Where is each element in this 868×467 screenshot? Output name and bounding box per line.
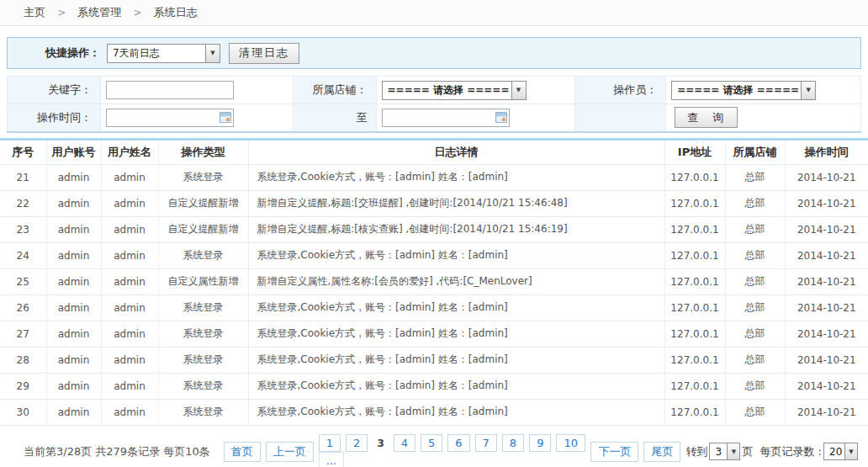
goto-suffix: 页: [742, 444, 753, 459]
table-cell: admin: [101, 268, 158, 295]
table-cell: 系统登录,Cookie方式，账号：[admin] 姓名：[admin]: [248, 295, 664, 321]
breadcrumb-separator: >: [133, 7, 141, 19]
table-row: 22adminadmin自定义提醒新增新增自定义提醒,标题:[交班提醒] ,创建…: [0, 190, 868, 216]
last-page-button[interactable]: 尾页: [643, 442, 680, 462]
chevron-down-icon[interactable]: ▼: [844, 443, 857, 459]
table-row: 25adminadmin自定义属性新增新增自定义属性,属性名称:[会员的爱好] …: [0, 268, 868, 295]
column-header: 所属店铺: [725, 139, 785, 164]
table-cell: 24: [0, 242, 46, 268]
search-button[interactable]: 查 询: [675, 107, 738, 128]
breadcrumb-system-management[interactable]: 系统管理: [77, 6, 121, 19]
table-cell: 总部: [725, 347, 785, 373]
per-page-select[interactable]: 20 ▼: [823, 443, 858, 460]
table-cell: admin: [101, 164, 158, 190]
operator-label: 操作员：: [575, 77, 666, 104]
table-cell: 系统登录,Cookie方式，账号：[admin] 姓名：[admin]: [248, 347, 664, 373]
table-cell: 2014-10-21: [785, 242, 868, 268]
quick-actions-bar: 快捷操作： 7天前日志 ▼ 清理日志: [7, 37, 861, 69]
log-table-body: 21adminadmin系统登录系统登录,Cookie方式，账号：[admin]…: [0, 164, 868, 425]
table-cell: admin: [101, 347, 158, 373]
table-cell: 系统登录: [158, 399, 248, 425]
table-cell: 127.0.0.1: [664, 164, 725, 190]
breadcrumb-home[interactable]: 主页: [24, 6, 45, 19]
keyword-label: 关键字：: [8, 77, 101, 104]
time-to-field: [382, 109, 510, 127]
time-from-cell: [100, 104, 293, 132]
shop-select[interactable]: ===== 请选择 ===== ▼: [382, 81, 527, 100]
page-button[interactable]: 4: [394, 434, 415, 452]
table-cell: 新增自定义属性,属性名称:[会员的爱好] ,代码:[C_MenLover]: [248, 268, 664, 295]
column-header: 用户账号: [46, 139, 101, 164]
record-summary: 当前第3/28页 共279条记录 每页10条: [24, 444, 210, 459]
time-to-input[interactable]: [383, 109, 509, 126]
calendar-icon[interactable]: [495, 112, 507, 123]
goto-page-select[interactable]: 3 ▼: [709, 443, 740, 460]
table-cell: admin: [46, 268, 101, 295]
page-button[interactable]: 6: [447, 434, 469, 452]
first-page-button[interactable]: 首页: [224, 442, 261, 462]
ellipsis-page-button[interactable]: ...: [319, 452, 344, 467]
table-cell: 总部: [725, 373, 785, 399]
table-cell: 2014-10-21: [785, 373, 868, 399]
page-button[interactable]: 2: [346, 434, 368, 452]
table-cell: 系统登录,Cookie方式，账号：[admin] 姓名：[admin]: [248, 373, 664, 399]
page-button[interactable]: 8: [502, 434, 524, 452]
goto-controls: 转到 3 ▼ 页 每页记录数 : 20 ▼: [685, 443, 860, 460]
table-row: 30adminadmin系统登录系统登录,Cookie方式，账号：[admin]…: [0, 399, 868, 425]
table-cell: 127.0.0.1: [664, 373, 725, 399]
calendar-icon[interactable]: [220, 112, 231, 123]
table-cell: 2014-10-21: [785, 399, 868, 425]
quick-actions-label: 快捷操作：: [8, 45, 100, 61]
time-from-field: [106, 109, 234, 127]
table-cell: 127.0.0.1: [664, 321, 725, 347]
table-cell: admin: [46, 242, 101, 268]
log-range-select[interactable]: 7天前日志 ▼: [107, 44, 220, 63]
table-cell: 2014-10-21: [785, 268, 868, 295]
time-to-cell: [376, 104, 575, 132]
table-cell: admin: [46, 164, 101, 190]
clear-log-button[interactable]: 清理日志: [229, 43, 299, 64]
column-header: 操作时间: [785, 139, 868, 164]
prev-page-button[interactable]: 上一页: [266, 442, 314, 462]
table-cell: 30: [0, 399, 46, 425]
table-cell: 22: [0, 190, 46, 216]
table-row: 29adminadmin系统登录系统登录,Cookie方式，账号：[admin]…: [0, 373, 868, 399]
column-header: 操作类型: [158, 139, 248, 164]
table-row: 26adminadmin系统登录系统登录,Cookie方式，账号：[admin]…: [0, 295, 868, 321]
table-cell: 2014-10-21: [785, 164, 868, 190]
table-cell: admin: [101, 295, 158, 321]
keyword-cell: [100, 77, 293, 104]
operator-select[interactable]: ===== 请选择 ===== ▼: [671, 81, 816, 100]
chevron-down-icon[interactable]: ▼: [727, 443, 739, 459]
table-cell: 2014-10-21: [785, 190, 868, 216]
shop-label: 所属店铺：: [293, 77, 376, 104]
page-button[interactable]: 1: [319, 434, 341, 452]
table-cell: 系统登录: [158, 242, 248, 268]
chevron-down-icon[interactable]: ▼: [511, 82, 526, 99]
page-button[interactable]: 5: [421, 434, 442, 452]
table-cell: 系统登录: [158, 164, 248, 190]
table-cell: 23: [0, 216, 46, 242]
table-cell: 系统登录,Cookie方式，账号：[admin] 姓名：[admin]: [248, 164, 664, 190]
column-header: IP地址: [664, 139, 725, 164]
current-page: 3: [373, 435, 388, 452]
table-row: 21adminadmin系统登录系统登录,Cookie方式，账号：[admin]…: [0, 164, 868, 190]
table-cell: admin: [46, 190, 101, 216]
time-to-label: 至: [293, 104, 376, 132]
table-cell: 新增自定义提醒,标题:[交班提醒] ,创建时间:[2014/10/21 15:4…: [248, 190, 664, 216]
table-cell: 自定义属性新增: [158, 268, 248, 295]
table-cell: admin: [101, 321, 158, 347]
page-button[interactable]: 10: [556, 434, 585, 452]
time-from-input[interactable]: [107, 109, 233, 126]
table-cell: 127.0.0.1: [664, 295, 725, 321]
table-row: 27adminadmin系统登录系统登录,Cookie方式，账号：[admin]…: [0, 321, 868, 347]
next-page-button[interactable]: 下一页: [590, 442, 638, 462]
chevron-down-icon[interactable]: ▼: [801, 82, 815, 99]
filter-empty-label: [575, 104, 666, 132]
table-cell: 总部: [725, 190, 785, 216]
page-button[interactable]: 9: [529, 434, 551, 452]
log-table: 序号用户账号用户姓名操作类型日志详情IP地址所属店铺操作时间 21adminad…: [0, 138, 868, 426]
keyword-input[interactable]: [106, 81, 234, 99]
page-button[interactable]: 7: [475, 434, 497, 452]
chevron-down-icon[interactable]: ▼: [205, 45, 220, 62]
